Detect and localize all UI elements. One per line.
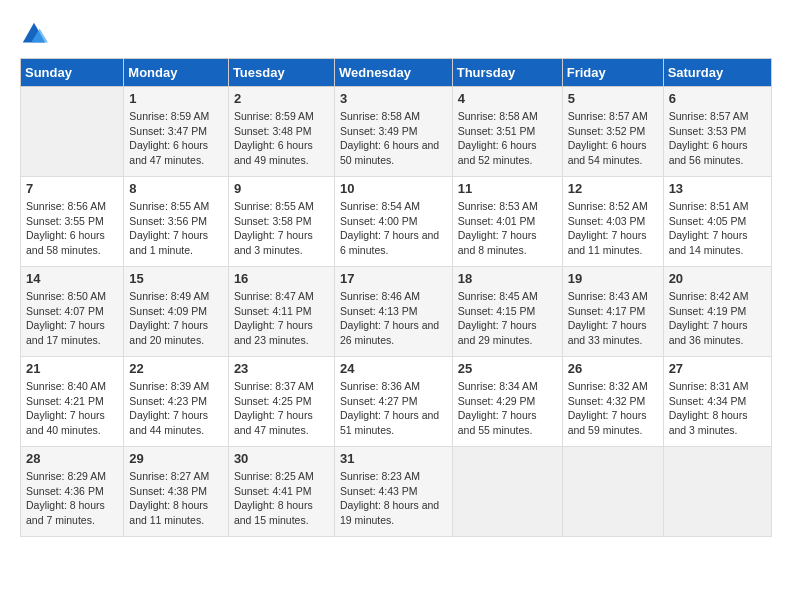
calendar-cell: 7Sunrise: 8:56 AMSunset: 3:55 PMDaylight… [21, 177, 124, 267]
day-info: Sunrise: 8:52 AMSunset: 4:03 PMDaylight:… [568, 199, 658, 258]
day-number: 29 [129, 451, 223, 466]
calendar-week-3: 14Sunrise: 8:50 AMSunset: 4:07 PMDayligh… [21, 267, 772, 357]
day-info: Sunrise: 8:31 AMSunset: 4:34 PMDaylight:… [669, 379, 766, 438]
col-header-monday: Monday [124, 59, 229, 87]
calendar-cell: 20Sunrise: 8:42 AMSunset: 4:19 PMDayligh… [663, 267, 771, 357]
day-number: 20 [669, 271, 766, 286]
day-number: 25 [458, 361, 557, 376]
day-number: 6 [669, 91, 766, 106]
calendar-cell: 27Sunrise: 8:31 AMSunset: 4:34 PMDayligh… [663, 357, 771, 447]
day-info: Sunrise: 8:59 AMSunset: 3:47 PMDaylight:… [129, 109, 223, 168]
day-info: Sunrise: 8:34 AMSunset: 4:29 PMDaylight:… [458, 379, 557, 438]
day-number: 13 [669, 181, 766, 196]
calendar-cell: 29Sunrise: 8:27 AMSunset: 4:38 PMDayligh… [124, 447, 229, 537]
day-number: 7 [26, 181, 118, 196]
calendar-cell: 25Sunrise: 8:34 AMSunset: 4:29 PMDayligh… [452, 357, 562, 447]
day-info: Sunrise: 8:42 AMSunset: 4:19 PMDaylight:… [669, 289, 766, 348]
day-info: Sunrise: 8:51 AMSunset: 4:05 PMDaylight:… [669, 199, 766, 258]
calendar-cell: 30Sunrise: 8:25 AMSunset: 4:41 PMDayligh… [228, 447, 334, 537]
day-number: 30 [234, 451, 329, 466]
calendar-week-1: 1Sunrise: 8:59 AMSunset: 3:47 PMDaylight… [21, 87, 772, 177]
day-number: 5 [568, 91, 658, 106]
day-info: Sunrise: 8:39 AMSunset: 4:23 PMDaylight:… [129, 379, 223, 438]
day-info: Sunrise: 8:55 AMSunset: 3:58 PMDaylight:… [234, 199, 329, 258]
day-number: 8 [129, 181, 223, 196]
day-info: Sunrise: 8:54 AMSunset: 4:00 PMDaylight:… [340, 199, 447, 258]
day-number: 3 [340, 91, 447, 106]
calendar-cell: 8Sunrise: 8:55 AMSunset: 3:56 PMDaylight… [124, 177, 229, 267]
day-info: Sunrise: 8:56 AMSunset: 3:55 PMDaylight:… [26, 199, 118, 258]
day-info: Sunrise: 8:58 AMSunset: 3:51 PMDaylight:… [458, 109, 557, 168]
day-info: Sunrise: 8:58 AMSunset: 3:49 PMDaylight:… [340, 109, 447, 168]
day-number: 24 [340, 361, 447, 376]
day-info: Sunrise: 8:43 AMSunset: 4:17 PMDaylight:… [568, 289, 658, 348]
calendar-week-4: 21Sunrise: 8:40 AMSunset: 4:21 PMDayligh… [21, 357, 772, 447]
calendar-cell: 23Sunrise: 8:37 AMSunset: 4:25 PMDayligh… [228, 357, 334, 447]
calendar-cell: 21Sunrise: 8:40 AMSunset: 4:21 PMDayligh… [21, 357, 124, 447]
day-number: 19 [568, 271, 658, 286]
calendar-cell: 15Sunrise: 8:49 AMSunset: 4:09 PMDayligh… [124, 267, 229, 357]
day-number: 14 [26, 271, 118, 286]
day-info: Sunrise: 8:32 AMSunset: 4:32 PMDaylight:… [568, 379, 658, 438]
calendar-week-5: 28Sunrise: 8:29 AMSunset: 4:36 PMDayligh… [21, 447, 772, 537]
logo [20, 20, 52, 48]
calendar-cell [562, 447, 663, 537]
calendar-cell: 18Sunrise: 8:45 AMSunset: 4:15 PMDayligh… [452, 267, 562, 357]
day-number: 26 [568, 361, 658, 376]
calendar-cell: 9Sunrise: 8:55 AMSunset: 3:58 PMDaylight… [228, 177, 334, 267]
day-number: 12 [568, 181, 658, 196]
calendar-cell: 22Sunrise: 8:39 AMSunset: 4:23 PMDayligh… [124, 357, 229, 447]
page-header [20, 20, 772, 48]
day-number: 18 [458, 271, 557, 286]
day-info: Sunrise: 8:59 AMSunset: 3:48 PMDaylight:… [234, 109, 329, 168]
day-number: 31 [340, 451, 447, 466]
calendar-cell [21, 87, 124, 177]
day-number: 2 [234, 91, 329, 106]
calendar-cell: 31Sunrise: 8:23 AMSunset: 4:43 PMDayligh… [334, 447, 452, 537]
day-info: Sunrise: 8:25 AMSunset: 4:41 PMDaylight:… [234, 469, 329, 528]
day-info: Sunrise: 8:23 AMSunset: 4:43 PMDaylight:… [340, 469, 447, 528]
day-info: Sunrise: 8:53 AMSunset: 4:01 PMDaylight:… [458, 199, 557, 258]
day-info: Sunrise: 8:27 AMSunset: 4:38 PMDaylight:… [129, 469, 223, 528]
col-header-tuesday: Tuesday [228, 59, 334, 87]
day-number: 21 [26, 361, 118, 376]
day-info: Sunrise: 8:36 AMSunset: 4:27 PMDaylight:… [340, 379, 447, 438]
calendar-cell: 4Sunrise: 8:58 AMSunset: 3:51 PMDaylight… [452, 87, 562, 177]
day-number: 22 [129, 361, 223, 376]
calendar-cell: 17Sunrise: 8:46 AMSunset: 4:13 PMDayligh… [334, 267, 452, 357]
calendar-cell [452, 447, 562, 537]
day-number: 23 [234, 361, 329, 376]
day-number: 16 [234, 271, 329, 286]
day-info: Sunrise: 8:37 AMSunset: 4:25 PMDaylight:… [234, 379, 329, 438]
calendar-cell: 1Sunrise: 8:59 AMSunset: 3:47 PMDaylight… [124, 87, 229, 177]
calendar-cell: 10Sunrise: 8:54 AMSunset: 4:00 PMDayligh… [334, 177, 452, 267]
calendar-cell: 13Sunrise: 8:51 AMSunset: 4:05 PMDayligh… [663, 177, 771, 267]
day-info: Sunrise: 8:57 AMSunset: 3:52 PMDaylight:… [568, 109, 658, 168]
calendar-cell: 14Sunrise: 8:50 AMSunset: 4:07 PMDayligh… [21, 267, 124, 357]
calendar-cell: 28Sunrise: 8:29 AMSunset: 4:36 PMDayligh… [21, 447, 124, 537]
day-number: 11 [458, 181, 557, 196]
day-number: 4 [458, 91, 557, 106]
calendar-week-2: 7Sunrise: 8:56 AMSunset: 3:55 PMDaylight… [21, 177, 772, 267]
day-info: Sunrise: 8:45 AMSunset: 4:15 PMDaylight:… [458, 289, 557, 348]
day-number: 17 [340, 271, 447, 286]
calendar-cell: 2Sunrise: 8:59 AMSunset: 3:48 PMDaylight… [228, 87, 334, 177]
day-info: Sunrise: 8:57 AMSunset: 3:53 PMDaylight:… [669, 109, 766, 168]
day-info: Sunrise: 8:55 AMSunset: 3:56 PMDaylight:… [129, 199, 223, 258]
calendar-cell: 3Sunrise: 8:58 AMSunset: 3:49 PMDaylight… [334, 87, 452, 177]
col-header-friday: Friday [562, 59, 663, 87]
day-number: 27 [669, 361, 766, 376]
day-info: Sunrise: 8:50 AMSunset: 4:07 PMDaylight:… [26, 289, 118, 348]
day-number: 28 [26, 451, 118, 466]
day-info: Sunrise: 8:46 AMSunset: 4:13 PMDaylight:… [340, 289, 447, 348]
calendar-cell: 12Sunrise: 8:52 AMSunset: 4:03 PMDayligh… [562, 177, 663, 267]
day-number: 15 [129, 271, 223, 286]
calendar-cell: 26Sunrise: 8:32 AMSunset: 4:32 PMDayligh… [562, 357, 663, 447]
calendar-cell: 6Sunrise: 8:57 AMSunset: 3:53 PMDaylight… [663, 87, 771, 177]
day-number: 10 [340, 181, 447, 196]
logo-icon [20, 20, 48, 48]
calendar-cell: 19Sunrise: 8:43 AMSunset: 4:17 PMDayligh… [562, 267, 663, 357]
calendar-cell [663, 447, 771, 537]
calendar-cell: 11Sunrise: 8:53 AMSunset: 4:01 PMDayligh… [452, 177, 562, 267]
day-info: Sunrise: 8:47 AMSunset: 4:11 PMDaylight:… [234, 289, 329, 348]
